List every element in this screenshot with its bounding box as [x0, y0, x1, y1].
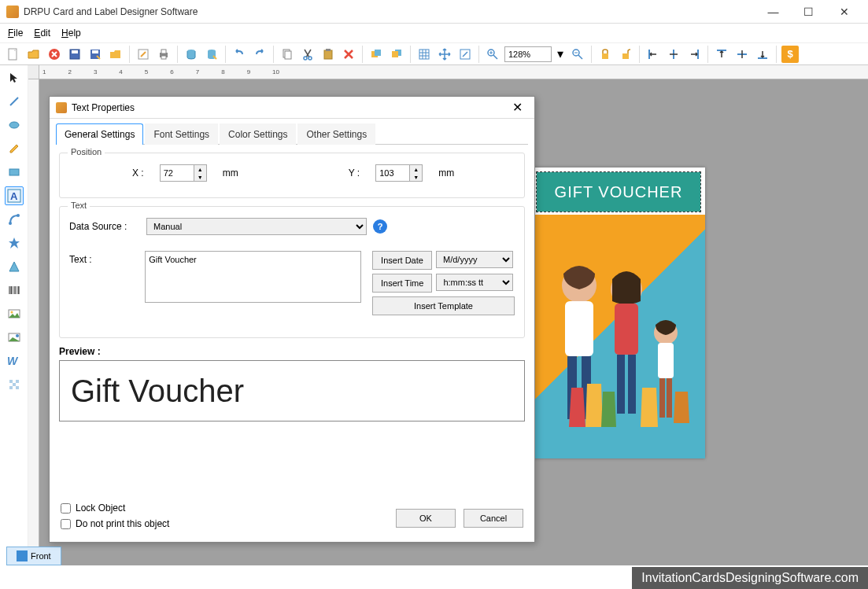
database-icon[interactable]	[183, 46, 200, 63]
align-center-h-icon[interactable]	[665, 46, 682, 63]
front-tab[interactable]: Front	[6, 547, 61, 565]
position-legend: Position	[68, 147, 105, 156]
move-icon[interactable]	[436, 46, 453, 63]
y-up-icon[interactable]: ▲	[410, 165, 422, 173]
y-input[interactable]	[376, 165, 409, 181]
insert-time-button[interactable]: Insert Time	[372, 274, 432, 293]
pencil-tool-icon[interactable]	[5, 139, 24, 158]
open-icon[interactable]	[25, 46, 42, 63]
insert-template-button[interactable]: Insert Template	[372, 296, 515, 315]
x-down-icon[interactable]: ▼	[194, 173, 206, 181]
time-format-select[interactable]: h:mm:ss tt	[436, 274, 513, 291]
image-tool-icon[interactable]	[5, 304, 24, 323]
text-fieldset: Text Data Source : Manual ? Text : Inser…	[59, 206, 525, 338]
paste-icon[interactable]	[319, 46, 337, 63]
y-spinner[interactable]: ▲▼	[375, 164, 423, 182]
text-tool-icon[interactable]: A	[5, 186, 24, 205]
tab-font[interactable]: Font Settings	[145, 123, 218, 145]
lock-icon[interactable]	[597, 46, 614, 63]
pattern-tool-icon[interactable]	[5, 375, 24, 394]
edit-icon[interactable]	[135, 46, 152, 63]
align-bottom-icon[interactable]	[754, 46, 771, 63]
cut-icon[interactable]	[299, 46, 316, 63]
image-library-icon[interactable]	[5, 328, 24, 347]
main-toolbar: ▾ $	[0, 43, 868, 65]
tab-general[interactable]: General Settings	[56, 123, 143, 145]
help-icon[interactable]: ?	[373, 219, 387, 234]
save-icon[interactable]	[66, 46, 83, 63]
grid-icon[interactable]	[416, 46, 433, 63]
open-folder-icon[interactable]	[107, 46, 124, 63]
svg-rect-8	[161, 50, 166, 53]
noprint-checkbox[interactable]: Do not print this object	[61, 518, 169, 529]
dialog-close-icon[interactable]: ✕	[506, 100, 528, 115]
delete-x-icon[interactable]	[340, 46, 357, 63]
dialog-titlebar[interactable]: Text Properties ✕	[50, 97, 534, 119]
svg-point-14	[304, 57, 307, 60]
x-spinner[interactable]: ▲▼	[160, 164, 207, 182]
cancel-button[interactable]: Cancel	[464, 509, 523, 528]
align-right-icon[interactable]	[685, 46, 703, 63]
tab-other[interactable]: Other Settings	[297, 123, 375, 145]
delete-icon[interactable]	[46, 46, 63, 63]
x-input[interactable]	[161, 165, 194, 181]
svg-rect-9	[161, 56, 166, 59]
svg-rect-16	[324, 50, 332, 59]
resize-icon[interactable]	[456, 46, 474, 63]
x-up-icon[interactable]: ▲	[194, 165, 206, 173]
undo-icon[interactable]	[231, 46, 248, 63]
data-source-select[interactable]: Manual	[146, 218, 367, 235]
zoom-dropdown-icon[interactable]: ▾	[555, 46, 566, 63]
left-tool-palette: A W	[0, 65, 28, 565]
lock-object-checkbox[interactable]: Lock Object	[61, 502, 169, 514]
date-format-select[interactable]: M/d/yyyy	[436, 251, 513, 268]
menu-edit[interactable]: Edit	[34, 28, 50, 39]
print-icon[interactable]	[155, 46, 172, 63]
maximize-button[interactable]: ☐	[791, 1, 826, 23]
card-design[interactable]: GIFT VOUCHER	[532, 167, 705, 458]
tab-color[interactable]: Color Settings	[220, 123, 296, 145]
zoom-in-icon[interactable]	[484, 46, 501, 63]
line-tool-icon[interactable]	[5, 92, 24, 111]
new-icon[interactable]	[5, 46, 22, 63]
redo-icon[interactable]	[251, 46, 268, 63]
gift-voucher-banner[interactable]: GIFT VOUCHER	[537, 172, 700, 212]
star-tool-icon[interactable]	[5, 234, 24, 252]
align-middle-icon[interactable]	[733, 46, 751, 63]
wordart-tool-icon[interactable]: W	[5, 352, 24, 370]
unlock-icon[interactable]	[617, 46, 634, 63]
app-icon	[6, 6, 19, 18]
database-edit-icon[interactable]	[203, 46, 220, 63]
y-unit: mm	[438, 167, 454, 179]
title-bar: DRPU Card and Label Designer Software — …	[0, 0, 868, 24]
align-top-icon[interactable]	[713, 46, 730, 63]
zoom-out-icon[interactable]	[569, 46, 586, 63]
menu-file[interactable]: File	[8, 28, 23, 39]
x-label: X :	[132, 167, 144, 179]
bring-front-icon[interactable]	[368, 46, 385, 63]
svg-rect-43	[16, 386, 19, 389]
text-legend: Text	[68, 201, 90, 210]
arc-tool-icon[interactable]	[5, 210, 24, 229]
send-back-icon[interactable]	[388, 46, 405, 63]
barcode-tool-icon[interactable]	[5, 281, 24, 300]
ok-button[interactable]: OK	[396, 509, 456, 528]
price-icon[interactable]: $	[781, 46, 799, 63]
minimize-button[interactable]: —	[755, 1, 791, 23]
pointer-tool-icon[interactable]	[5, 68, 24, 87]
y-down-icon[interactable]: ▼	[410, 173, 422, 181]
menu-help[interactable]: Help	[61, 28, 81, 39]
save-as-icon[interactable]	[87, 46, 104, 63]
ellipse-tool-icon[interactable]	[5, 116, 24, 134]
zoom-level-input[interactable]	[504, 46, 552, 62]
card-body	[532, 215, 705, 458]
text-input[interactable]	[145, 251, 361, 303]
align-left-icon[interactable]	[645, 46, 662, 63]
triangle-tool-icon[interactable]	[5, 257, 24, 276]
close-button[interactable]: ✕	[826, 1, 862, 23]
data-source-label: Data Source :	[69, 221, 140, 232]
insert-date-button[interactable]: Insert Date	[372, 251, 432, 270]
rectangle-tool-icon[interactable]	[5, 163, 24, 182]
copy-icon[interactable]	[279, 46, 296, 63]
svg-rect-53	[658, 343, 674, 378]
